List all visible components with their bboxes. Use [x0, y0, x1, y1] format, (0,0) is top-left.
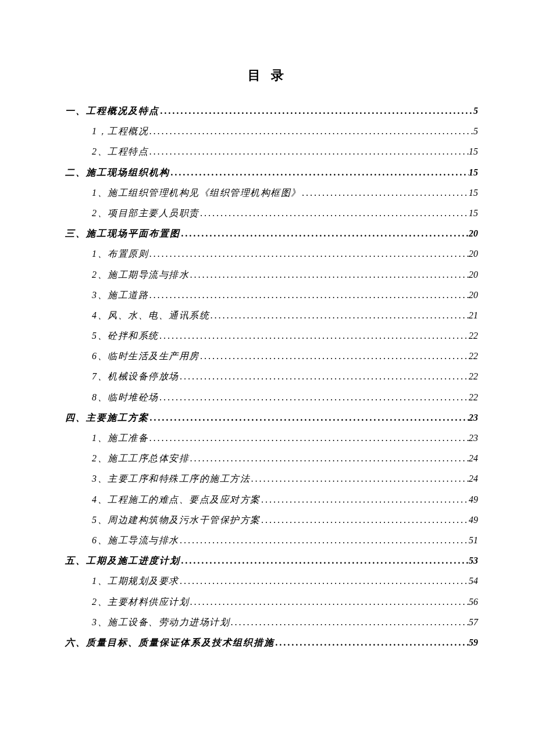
toc-page-number: 24	[469, 448, 478, 468]
toc-entry: 五、工期及施工进度计划53	[57, 550, 478, 571]
toc-page-number: 23	[469, 407, 478, 428]
toc-label: 3、主要工序和特殊工序的施工方法	[92, 468, 250, 489]
toc-leader-dots	[301, 182, 469, 203]
toc-label: 三、施工现场平面布置图	[65, 223, 180, 243]
toc-page-number: 22	[469, 366, 478, 386]
toc-entry: 4、风、水、电、通讯系统21	[57, 305, 478, 325]
toc-leader-dots	[179, 571, 469, 591]
toc-leader-dots	[148, 285, 469, 305]
toc-label: 4、风、水、电、通讯系统	[92, 305, 209, 325]
toc-entry: 3、施工道路20	[57, 285, 478, 305]
toc-page-number: 24	[469, 468, 478, 489]
toc-label: 6、施工导流与排水	[92, 530, 179, 550]
toc-leader-dots	[149, 407, 469, 428]
toc-entry: 2、项目部主要人员职责15	[57, 203, 478, 223]
toc-page-number: 22	[469, 346, 478, 366]
toc-label: 8、临时堆砼场	[92, 387, 159, 407]
toc-leader-dots	[189, 264, 469, 285]
toc-leader-dots	[199, 203, 469, 223]
toc-page-number: 21	[469, 305, 478, 325]
toc-label: 一、工程概况及特点	[65, 101, 159, 121]
toc-page-number: 20	[469, 285, 478, 305]
toc-label: 2、项目部主要人员职责	[92, 203, 199, 223]
toc-entry: 2、施工工序总体安排24	[57, 448, 478, 468]
toc-entry: 1，工程概况5	[57, 121, 478, 141]
toc-page-number: 5	[473, 121, 478, 141]
toc-leader-dots	[189, 592, 469, 612]
toc-label: 5、周边建构筑物及污水干管保护方案	[92, 510, 261, 530]
toc-entry: 1、施工准备23	[57, 428, 478, 448]
toc-entry: 1、布置原则20	[57, 243, 478, 264]
toc-page-number: 15	[469, 203, 478, 223]
toc-entry: 三、施工现场平面布置图20	[57, 223, 478, 243]
toc-label: 五、工期及施工进度计划	[65, 550, 180, 571]
toc-page-number: 5	[473, 101, 478, 121]
toc-entry: 7、机械设备停放场22	[57, 366, 478, 386]
toc-entry: 3、主要工序和特殊工序的施工方法24	[57, 468, 478, 489]
toc-label: 1、工期规划及要求	[92, 571, 179, 591]
toc-leader-dots	[159, 101, 473, 121]
toc-leader-dots	[209, 305, 469, 325]
toc-leader-dots	[250, 468, 469, 489]
toc-entry: 6、施工导流与排水51	[57, 530, 478, 550]
toc-page-number: 15	[469, 182, 478, 203]
toc-page-number: 15	[469, 141, 478, 162]
toc-page-number: 51	[469, 530, 478, 550]
toc-leader-dots	[230, 612, 469, 632]
toc-label: 6、临时生活及生产用房	[92, 346, 199, 366]
toc-leader-dots	[180, 550, 469, 571]
toc-entry: 一、工程概况及特点5	[57, 101, 478, 121]
toc-leader-dots	[274, 632, 469, 653]
toc-page-number: 54	[469, 571, 478, 591]
table-of-contents: 一、工程概况及特点51，工程概况52、工程特点15二、施工现场组织机构151、施…	[57, 101, 478, 653]
toc-label: 3、施工设备、劳动力进场计划	[92, 612, 230, 632]
toc-entry: 6、临时生活及生产用房22	[57, 346, 478, 366]
toc-leader-dots	[148, 121, 473, 141]
toc-page-number: 49	[469, 510, 478, 530]
toc-label: 六、质量目标、质量保证体系及技术组织措施	[65, 632, 274, 653]
toc-entry: 5、周边建构筑物及污水干管保护方案49	[57, 510, 478, 530]
toc-entry: 2、施工期导流与排水20	[57, 264, 478, 285]
toc-entry: 六、质量目标、质量保证体系及技术组织措施59	[57, 632, 478, 653]
toc-leader-dots	[159, 387, 469, 407]
toc-page-number: 20	[469, 264, 478, 285]
toc-leader-dots	[159, 325, 469, 346]
toc-label: 3、施工道路	[92, 285, 148, 305]
toc-leader-dots	[261, 510, 469, 530]
toc-label: 2、主要材料供应计划	[92, 592, 189, 612]
toc-leader-dots	[180, 223, 469, 243]
toc-entry: 2、主要材料供应计划56	[57, 592, 478, 612]
toc-leader-dots	[179, 366, 469, 386]
toc-label: 1、施工准备	[92, 428, 148, 448]
toc-label: 2、施工期导流与排水	[92, 264, 189, 285]
toc-page-number: 20	[469, 223, 478, 243]
toc-entry: 1、工期规划及要求54	[57, 571, 478, 591]
toc-label: 7、机械设备停放场	[92, 366, 179, 386]
page-title: 目 录	[57, 67, 478, 84]
toc-label: 2、施工工序总体安排	[92, 448, 189, 468]
toc-page-number: 49	[469, 489, 478, 510]
toc-leader-dots	[148, 428, 469, 448]
toc-page-number: 23	[469, 428, 478, 448]
toc-page-number: 15	[469, 162, 478, 182]
toc-label: 1、布置原则	[92, 243, 148, 264]
toc-entry: 3、施工设备、劳动力进场计划57	[57, 612, 478, 632]
toc-leader-dots	[189, 448, 469, 468]
toc-leader-dots	[148, 141, 469, 162]
toc-entry: 5、砼拌和系统22	[57, 325, 478, 346]
toc-label: 1，工程概况	[92, 121, 148, 141]
toc-page-number: 53	[469, 550, 478, 571]
toc-leader-dots	[170, 162, 469, 182]
toc-page-number: 22	[469, 325, 478, 346]
toc-entry: 2、工程特点15	[57, 141, 478, 162]
toc-page-number: 20	[469, 243, 478, 264]
toc-label: 二、施工现场组织机构	[65, 162, 170, 182]
toc-leader-dots	[179, 530, 469, 550]
toc-entry: 4、工程施工的难点、要点及应对方案49	[57, 489, 478, 510]
toc-leader-dots	[261, 489, 469, 510]
toc-entry: 1、施工组织管理机构见《组织管理机构框图》15	[57, 182, 478, 203]
toc-page-number: 56	[469, 592, 478, 612]
toc-label: 1、施工组织管理机构见《组织管理机构框图》	[92, 182, 301, 203]
toc-page-number: 59	[469, 632, 478, 653]
toc-entry: 二、施工现场组织机构15	[57, 162, 478, 182]
